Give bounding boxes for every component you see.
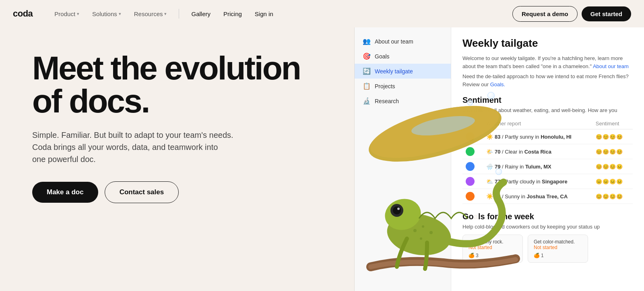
- table-row: 🌤️70 / Clear in Costa Rica 😊😊😊😊: [462, 144, 633, 159]
- table-header-who: Who: [462, 118, 483, 129]
- weather-cell: ⛅77 / Partly cloudy in Singapore: [483, 174, 592, 189]
- weather-cell: ☀️83 / Partly sunny in Honolulu, HI: [483, 129, 592, 144]
- app-desc-1: Welcome to our weekly tailgate. If you'r…: [462, 54, 633, 70]
- weather-cell: 🌤️70 / Clear in Costa Rica: [483, 144, 592, 159]
- about-team-link[interactable]: About our team: [593, 63, 629, 69]
- table-row: ☀️73 / Sunny in Joshua Tree, CA 😊😊😊😊: [462, 189, 633, 204]
- sidebar-item-label: Weekly tailgate: [375, 68, 413, 75]
- avatar: [466, 192, 475, 201]
- research-icon: 🔬: [363, 97, 371, 105]
- goal-status-2: Not started: [534, 245, 582, 250]
- sidebar-item-label: Projects: [375, 83, 395, 89]
- table-row: 🌧️79 / Rainy in Tulum, MX 😊😊😊😐: [462, 159, 633, 174]
- table-header-weather: Weather report: [483, 118, 592, 129]
- app-main-content: Weekly tailgate Welcome to our weekly ta…: [451, 27, 644, 291]
- sentiment-cell: 😊😊😊😊: [592, 189, 633, 204]
- weather-cell: ☀️73 / Sunny in Joshua Tree, CA: [483, 189, 592, 204]
- nav-solutions-label: Solutions: [92, 10, 117, 17]
- water-drop: [487, 92, 495, 99]
- table-row: ☀️83 / Partly sunny in Honolulu, HI 😊😊😊😊: [462, 129, 633, 144]
- app-sidebar: 👥 About our team 🎯 Goals 🔄 Weekly tailga…: [355, 27, 451, 291]
- water-drop: [479, 112, 483, 116]
- table-row: ⛅77 / Partly cloudy in Singapore 😐😐😐😐: [462, 174, 633, 189]
- avatar: [466, 162, 475, 171]
- sidebar-item-about[interactable]: 👥 About our team: [355, 34, 451, 49]
- logo[interactable]: coda: [13, 8, 33, 19]
- app-desc-2: Need the de-tailed approach to how we in…: [462, 73, 633, 88]
- chevron-down-icon: ▾: [164, 11, 167, 17]
- goals-section-desc: Help cold-blooded coworkers out by keepi…: [462, 224, 633, 230]
- nav-pricing[interactable]: Pricing: [218, 7, 248, 21]
- sidebar-item-label: About our team: [375, 38, 413, 45]
- contact-sales-button[interactable]: Contact sales: [105, 181, 179, 203]
- goal-status-1: Not started: [469, 245, 517, 250]
- hero-buttons: Make a doc Contact sales: [32, 181, 322, 203]
- sentiment-cell: 😊😊😊😊: [592, 144, 633, 159]
- chevron-down-icon: ▾: [119, 11, 121, 17]
- request-demo-button[interactable]: Request a demo: [512, 6, 578, 22]
- avatar: [466, 132, 475, 141]
- sentiment-table: Who Weather report Sentiment ☀️83 / Part…: [462, 118, 633, 204]
- goal-count-2: 🍊 1: [534, 253, 544, 258]
- nav-signin[interactable]: Sign in: [249, 7, 279, 21]
- sidebar-item-goals[interactable]: 🎯 Goals: [355, 49, 451, 64]
- water-drop: [495, 168, 502, 175]
- nav-product[interactable]: Product ▾: [49, 7, 85, 21]
- goals-section-title: Goals for the week: [462, 212, 633, 221]
- water-drop: [435, 148, 440, 153]
- sentiment-cell: 😊😊😊😐: [592, 159, 633, 174]
- avatar: [466, 177, 475, 186]
- nav-actions: Request a demo Get started: [512, 6, 631, 22]
- sidebar-item-label: Goals: [375, 53, 390, 60]
- make-doc-button[interactable]: Make a doc: [32, 182, 98, 203]
- nav-resources-label: Resources: [134, 10, 163, 17]
- weekly-icon: 🔄: [363, 67, 371, 75]
- nav-product-label: Product: [54, 10, 75, 17]
- get-started-button[interactable]: Get started: [582, 6, 631, 21]
- sidebar-item-label: Research: [375, 98, 399, 104]
- water-drop: [459, 124, 462, 127]
- goal-card-text: Get color-matched.: [534, 239, 582, 245]
- hero-right: 👥 About our team 🎯 Goals 🔄 Weekly tailga…: [354, 27, 644, 291]
- hero-left: Meet the evolution of docs. Simple. Fami…: [0, 27, 354, 291]
- team-icon: 👥: [363, 37, 371, 45]
- hero-subtext: Simple. Familiar. But built to adapt to …: [32, 129, 233, 165]
- goals-link[interactable]: Goals.: [490, 81, 506, 87]
- nav-solutions[interactable]: Solutions ▾: [87, 7, 127, 21]
- goals-icon: 🎯: [363, 52, 371, 60]
- table-header-sentiment: Sentiment: [592, 118, 633, 129]
- projects-icon: 📋: [363, 82, 371, 90]
- nav-gallery[interactable]: Gallery: [186, 7, 216, 21]
- goal-card-1: new sunny rock. Not started 🍊 3: [462, 235, 523, 263]
- sentiment-cell: 😊😊😊😊: [592, 129, 633, 144]
- goals-cards: new sunny rock. Not started 🍊 3 Get colo…: [462, 235, 633, 263]
- navigation: coda Product ▾ Solutions ▾ Resources ▾ G…: [0, 0, 644, 27]
- sidebar-item-projects[interactable]: 📋 Projects: [355, 79, 451, 94]
- goal-card-text: new sunny rock.: [469, 239, 517, 245]
- nav-divider: [179, 9, 179, 19]
- goals-section: Goals for the week Help cold-blooded cow…: [462, 212, 633, 263]
- water-drop: [467, 100, 473, 106]
- sentiment-cell: 😐😐😐😐: [592, 174, 633, 189]
- goal-count-1: 🍊 3: [469, 253, 479, 258]
- nav-resources[interactable]: Resources ▾: [128, 7, 173, 21]
- app-doc-title: Weekly tailgate: [462, 37, 633, 50]
- chevron-down-icon: ▾: [77, 11, 79, 17]
- avatar: [466, 147, 475, 156]
- sidebar-item-research[interactable]: 🔬 Research: [355, 94, 451, 108]
- sidebar-item-weekly[interactable]: 🔄 Weekly tailgate: [355, 64, 451, 79]
- sentiment-desc: Lizard life is all about weather, eating…: [462, 107, 633, 113]
- nav-links: Product ▾ Solutions ▾ Resources ▾ Galler…: [49, 7, 512, 21]
- hero-section: Meet the evolution of docs. Simple. Fami…: [0, 27, 644, 291]
- hero-headline: Meet the evolution of docs.: [32, 52, 322, 118]
- goal-card-2: Get color-matched. Not started 🍊 1: [528, 235, 588, 263]
